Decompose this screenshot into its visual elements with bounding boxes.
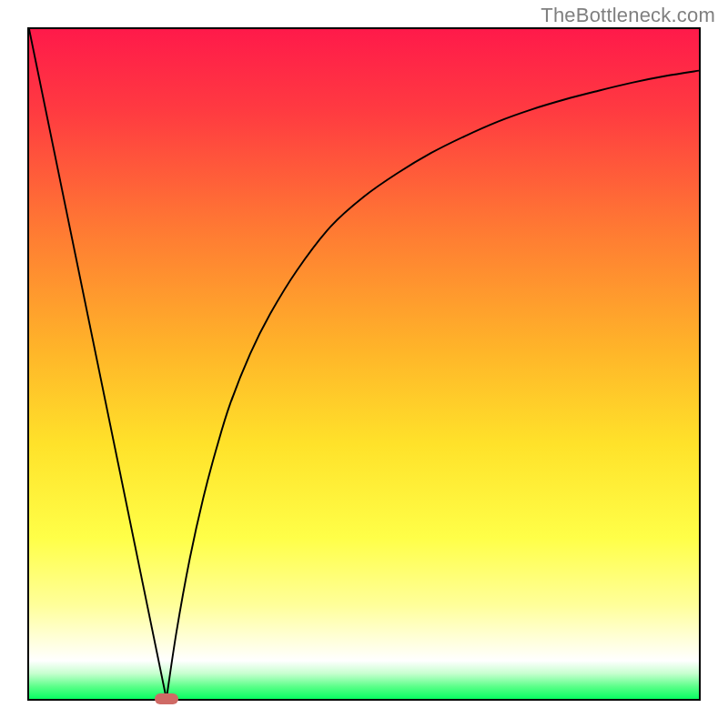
valley-marker: [155, 693, 178, 703]
watermark-text: TheBottleneck.com: [541, 4, 715, 27]
chart-plot-area: [27, 27, 701, 701]
chart-background: [29, 29, 699, 699]
chart-svg: [29, 29, 699, 699]
